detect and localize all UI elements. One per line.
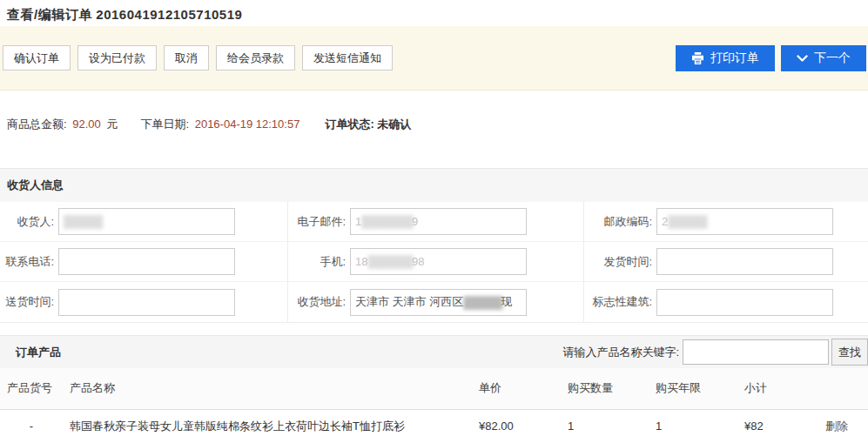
col-name: 产品名称 — [63, 368, 470, 409]
email-input[interactable]: 1████████9 — [350, 208, 527, 235]
products-table-header-row: 产品货号 产品名称 单价 购买数量 购买年限 小计 — [0, 368, 868, 409]
consignee-form: 收货人: ██████ 电子邮件: 1████████9 邮政编码: 2████… — [0, 202, 868, 323]
products-table: 产品货号 产品名称 单价 购买数量 购买年限 小计 - 韩国春秋亲子装母女儿童韩… — [0, 368, 868, 443]
order-total-label: 商品总金额: — [7, 117, 67, 131]
product-sku: - — [0, 409, 63, 443]
email-value-suffix: 9 — [412, 215, 418, 228]
print-order-label: 打印订单 — [710, 50, 759, 66]
ship-time-label: 发货时间: — [584, 254, 652, 270]
mobile-label: 手机: — [288, 254, 346, 270]
email-label: 电子邮件: — [288, 214, 346, 230]
order-status-label: 订单状态: — [325, 117, 373, 131]
col-subtotal: 小计 — [736, 368, 817, 409]
mobile-value-suffix: 98 — [412, 255, 424, 268]
col-years: 购买年限 — [647, 368, 736, 409]
send-sms-button[interactable]: 发送短信通知 — [302, 45, 393, 70]
product-search-button[interactable]: 查找 — [831, 339, 868, 366]
chevron-down-icon — [797, 55, 808, 63]
order-date: 下单日期: 2016-04-19 12:10:57 — [140, 117, 302, 132]
ship-time-input[interactable] — [656, 248, 833, 275]
set-paid-button[interactable]: 设为已付款 — [77, 45, 157, 70]
order-status-value: 未确认 — [377, 117, 411, 131]
col-sku: 产品货号 — [0, 368, 63, 409]
right-action-buttons: 打印订单 下一个 — [676, 45, 866, 71]
delivery-time-input[interactable] — [58, 289, 235, 316]
order-total-value: 92.00 — [72, 117, 101, 131]
col-price: 单价 — [470, 368, 559, 409]
field-email: 电子邮件: 1████████9 — [287, 202, 583, 242]
zipcode-value-prefix: 2 — [662, 215, 668, 228]
page-title: 查看/编辑订单 2016041912105710519 — [7, 7, 861, 23]
order-toolbar: 确认订单 设为已付款 取消 给会员录款 发送短信通知 打印订单 下一个 — [0, 26, 868, 91]
confirm-order-button[interactable]: 确认订单 — [3, 45, 71, 70]
products-title: 订单产品 — [0, 345, 61, 360]
order-date-label: 下单日期: — [140, 117, 189, 131]
order-summary: 商品总金额: 92.00 元 下单日期: 2016-04-19 12:10:57… — [0, 91, 868, 168]
field-address: 收货地址: 天津市 天津市 河西区██████现 — [287, 282, 583, 322]
consignee-section-header: 收货人信息 — [0, 168, 868, 202]
landmark-input[interactable] — [656, 289, 833, 316]
product-qty: 1 — [559, 409, 647, 443]
field-landmark: 标志性建筑: — [583, 282, 868, 322]
field-delivery-time: 送货时间: — [0, 282, 287, 322]
left-action-buttons: 确认订单 设为已付款 取消 给会员录款 发送短信通知 — [3, 45, 393, 70]
field-phone: 联系电话: — [0, 242, 287, 282]
delete-product-link[interactable]: 删除 — [825, 420, 848, 433]
mobile-value-prefix: 18 — [355, 255, 367, 268]
record-payment-button[interactable]: 给会员录款 — [216, 45, 295, 70]
address-value-suffix: 现 — [501, 294, 513, 310]
product-search-label: 请输入产品名称关键字: — [562, 345, 679, 360]
address-input[interactable]: 天津市 天津市 河西区██████现 — [350, 289, 527, 316]
email-value-prefix: 1 — [355, 215, 361, 228]
field-zipcode: 邮政编码: 2██████ — [583, 202, 868, 242]
field-consignee: 收货人: ██████ — [0, 202, 287, 242]
address-redacted-value: ██████ — [463, 296, 501, 309]
cancel-button[interactable]: 取消 — [164, 45, 209, 70]
col-qty: 购买数量 — [559, 368, 647, 409]
consignee-redacted-value: ██████ — [64, 215, 101, 228]
order-status: 订单状态: 未确认 — [325, 117, 411, 132]
phone-label: 联系电话: — [0, 254, 54, 270]
next-order-label: 下一个 — [814, 50, 851, 66]
title-bar: 查看/编辑订单 2016041912105710519 — [0, 0, 868, 26]
field-mobile: 手机: 18███████98 — [287, 242, 583, 282]
email-redacted-value: ████████ — [361, 215, 412, 228]
order-total: 商品总金额: 92.00 元 — [7, 117, 118, 132]
print-order-button[interactable]: 打印订单 — [676, 45, 775, 71]
zipcode-input[interactable]: 2██████ — [656, 208, 833, 235]
consignee-label: 收货人: — [0, 214, 54, 230]
order-date-value: 2016-04-19 12:10:57 — [195, 117, 300, 131]
product-name: 韩国春秋亲子装母女儿童韩版纯棉条纹衫上衣荷叶边长袖T恤打底衫 — [63, 409, 470, 443]
products-section-header: 订单产品 请输入产品名称关键字: 查找 — [0, 335, 868, 368]
address-value-prefix: 天津市 天津市 河西区 — [355, 294, 463, 310]
product-price: ¥82.00 — [470, 409, 559, 443]
product-search-input[interactable] — [683, 339, 829, 365]
printer-icon — [691, 52, 704, 64]
consignee-input[interactable]: ██████ — [58, 208, 235, 235]
order-total-unit: 元 — [106, 117, 118, 131]
col-actions — [817, 368, 868, 409]
zipcode-label: 邮政编码: — [584, 214, 652, 230]
delivery-time-label: 送货时间: — [0, 294, 54, 310]
next-order-button[interactable]: 下一个 — [781, 45, 866, 71]
landmark-label: 标志性建筑: — [584, 294, 652, 310]
field-ship-time: 发货时间: — [583, 242, 868, 282]
address-label: 收货地址: — [288, 294, 346, 310]
table-row: - 韩国春秋亲子装母女儿童韩版纯棉条纹衫上衣荷叶边长袖T恤打底衫 ¥82.00 … — [0, 409, 868, 443]
mobile-redacted-value: ███████ — [367, 255, 411, 268]
product-subtotal: ¥82 — [736, 409, 817, 443]
zipcode-redacted-value: ██████ — [668, 215, 705, 228]
product-years: 1 — [647, 409, 736, 443]
phone-input[interactable] — [58, 248, 235, 275]
mobile-input[interactable]: 18███████98 — [350, 248, 527, 275]
